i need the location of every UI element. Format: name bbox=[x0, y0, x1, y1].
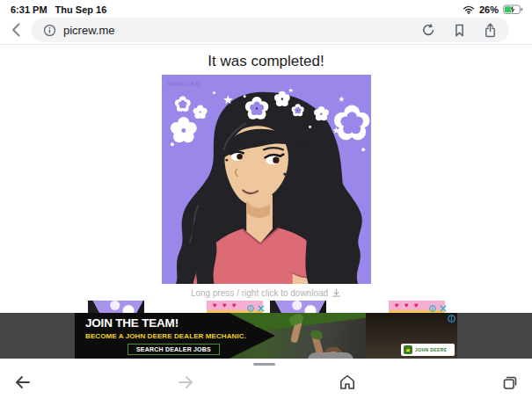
ad-thumbnail[interactable] bbox=[88, 301, 144, 313]
drag-handle bbox=[253, 363, 275, 366]
wifi-icon bbox=[463, 4, 475, 15]
nav-back-icon[interactable] bbox=[13, 373, 33, 392]
download-hint-text: Long press / right click to download bbox=[191, 288, 328, 298]
deere-brand-text: JOHN DEERE bbox=[415, 347, 448, 352]
download-icon bbox=[332, 288, 341, 298]
ad-subheadline: BECOME A JOHN DEERE DEALER MECHANIC. bbox=[85, 332, 275, 340]
ad-band: JOIN THE TEAM! BECOME A JOHN DEERE DEALE… bbox=[0, 313, 532, 359]
adchoices-close-icon[interactable] bbox=[258, 305, 265, 312]
bottom-navigation bbox=[0, 368, 532, 399]
ad-thumbnail[interactable] bbox=[148, 301, 204, 313]
toolbar-divider bbox=[0, 44, 532, 45]
status-date: Thu Sep 16 bbox=[55, 4, 107, 15]
url-bar[interactable]: picrew.me bbox=[32, 18, 509, 42]
avatar-image[interactable]: SANGLED bbox=[162, 75, 371, 284]
adchoices-info-icon[interactable] bbox=[429, 305, 436, 312]
nav-forward-icon[interactable] bbox=[176, 373, 195, 392]
download-hint: Long press / right click to download bbox=[0, 288, 532, 298]
browser-toolbar: picrew.me bbox=[0, 18, 532, 44]
page-title: It was completed! bbox=[0, 53, 532, 70]
deere-logo-icon bbox=[404, 345, 412, 354]
url-text: picrew.me bbox=[63, 24, 115, 37]
ad-info-icon[interactable] bbox=[448, 315, 455, 323]
ad-thumbnail[interactable] bbox=[270, 301, 326, 313]
back-icon[interactable] bbox=[7, 20, 26, 40]
battery-icon bbox=[503, 4, 523, 15]
search-dealer-jobs-button[interactable]: SEARCH DEALER JOBS bbox=[128, 344, 220, 355]
bookmark-icon[interactable] bbox=[451, 22, 468, 39]
adchoices-info-icon[interactable] bbox=[247, 305, 254, 312]
avatar-watermark: SANGLED bbox=[166, 80, 200, 88]
tabs-icon[interactable] bbox=[500, 373, 520, 392]
john-deere-logo: JOHN DEERE bbox=[401, 344, 455, 356]
status-bar: 6:31 PM Thu Sep 16 26% bbox=[0, 0, 532, 18]
john-deere-ad-banner[interactable]: JOIN THE TEAM! BECOME A JOHN DEERE DEALE… bbox=[75, 313, 457, 359]
info-icon[interactable] bbox=[42, 23, 57, 38]
screen: 6:31 PM Thu Sep 16 26% bbox=[0, 0, 532, 399]
share-icon[interactable] bbox=[482, 22, 499, 39]
adchoices-close-icon[interactable] bbox=[440, 305, 447, 312]
status-time: 6:31 PM bbox=[11, 4, 47, 15]
reload-icon[interactable] bbox=[420, 22, 437, 39]
ad-thumbnails-strip bbox=[0, 299, 532, 313]
ad-thumbnail[interactable] bbox=[330, 301, 386, 313]
home-icon[interactable] bbox=[338, 373, 357, 392]
battery-percent: 26% bbox=[479, 4, 499, 15]
